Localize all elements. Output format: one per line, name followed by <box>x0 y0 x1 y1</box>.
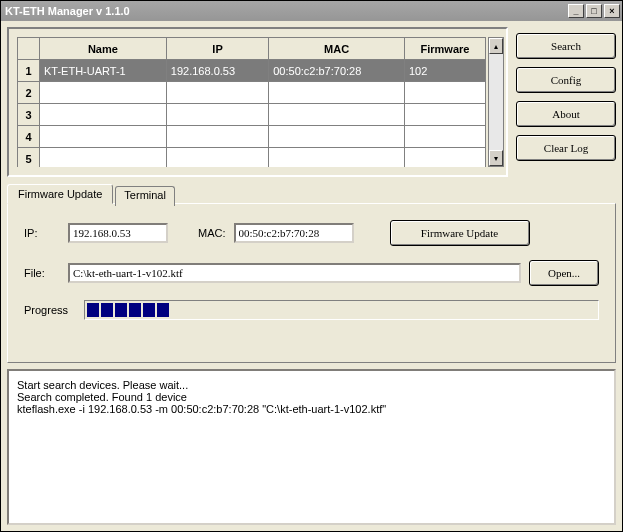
cell-name[interactable] <box>40 126 167 148</box>
content-area: Name IP MAC Firmware 1KT-ETH-UART-1192.1… <box>1 21 622 531</box>
device-grid-panel: Name IP MAC Firmware 1KT-ETH-UART-1192.1… <box>7 27 508 177</box>
col-ip[interactable]: IP <box>166 38 268 60</box>
cell-fw[interactable]: 102 <box>404 60 485 82</box>
window-title: KT-ETH Manager v 1.1.0 <box>5 5 568 17</box>
tab-firmware-update[interactable]: Firmware Update <box>7 184 113 204</box>
log-output[interactable]: Start search devices. Please wait... Sea… <box>7 369 616 525</box>
table-row[interactable]: 1KT-ETH-UART-1192.168.0.5300:50:c2:b7:70… <box>18 60 486 82</box>
progress-block <box>143 303 155 317</box>
grid-scrollbar[interactable]: ▴ ▾ <box>488 37 504 167</box>
progress-label: Progress <box>24 304 76 316</box>
cell-mac[interactable] <box>269 104 405 126</box>
file-label: File: <box>24 267 60 279</box>
tab-terminal[interactable]: Terminal <box>115 186 175 206</box>
cell-name[interactable]: KT-ETH-UART-1 <box>40 60 167 82</box>
cell-fw[interactable] <box>404 126 485 148</box>
col-firmware[interactable]: Firmware <box>404 38 485 60</box>
progress-block <box>157 303 169 317</box>
about-button[interactable]: About <box>516 101 616 127</box>
cell-ip[interactable]: 192.168.0.53 <box>166 60 268 82</box>
firmware-update-button[interactable]: Firmware Update <box>390 220 530 246</box>
progress-bar <box>84 300 599 320</box>
scroll-up-icon[interactable]: ▴ <box>489 38 503 54</box>
progress-block <box>129 303 141 317</box>
cell-fw[interactable] <box>404 148 485 168</box>
file-input[interactable] <box>68 263 521 283</box>
open-file-button[interactable]: Open... <box>529 260 599 286</box>
close-button[interactable]: × <box>604 4 620 18</box>
cell-ip[interactable] <box>166 82 268 104</box>
cell-ip[interactable] <box>166 104 268 126</box>
cell-name[interactable] <box>40 104 167 126</box>
table-row[interactable]: 3 <box>18 104 486 126</box>
progress-block <box>87 303 99 317</box>
progress-block <box>115 303 127 317</box>
minimize-button[interactable]: _ <box>568 4 584 18</box>
scroll-track[interactable] <box>489 54 503 150</box>
cell-ip[interactable] <box>166 126 268 148</box>
device-table: Name IP MAC Firmware 1KT-ETH-UART-1192.1… <box>17 37 486 167</box>
mac-label: MAC: <box>198 227 226 239</box>
config-button[interactable]: Config <box>516 67 616 93</box>
mac-input[interactable] <box>234 223 354 243</box>
table-row[interactable]: 2 <box>18 82 486 104</box>
col-mac[interactable]: MAC <box>269 38 405 60</box>
table-row[interactable]: 4 <box>18 126 486 148</box>
app-window: KT-ETH Manager v 1.1.0 _ □ × Name <box>0 0 623 532</box>
row-header[interactable]: 4 <box>18 126 40 148</box>
progress-block <box>101 303 113 317</box>
clear-log-button[interactable]: Clear Log <box>516 135 616 161</box>
maximize-button[interactable]: □ <box>586 4 602 18</box>
col-name[interactable]: Name <box>40 38 167 60</box>
ip-label: IP: <box>24 227 60 239</box>
cell-mac[interactable] <box>269 126 405 148</box>
tabstrip: Firmware Update Terminal <box>7 183 616 203</box>
cell-ip[interactable] <box>166 148 268 168</box>
search-button[interactable]: Search <box>516 33 616 59</box>
firmware-panel: IP: MAC: Firmware Update File: Open... P… <box>7 203 616 363</box>
cell-fw[interactable] <box>404 82 485 104</box>
action-buttons: Search Config About Clear Log <box>516 27 616 177</box>
scroll-down-icon[interactable]: ▾ <box>489 150 503 166</box>
row-header[interactable]: 2 <box>18 82 40 104</box>
row-header[interactable]: 3 <box>18 104 40 126</box>
cell-fw[interactable] <box>404 104 485 126</box>
row-header[interactable]: 5 <box>18 148 40 168</box>
row-header[interactable]: 1 <box>18 60 40 82</box>
cell-name[interactable] <box>40 148 167 168</box>
window-controls: _ □ × <box>568 4 620 18</box>
top-area: Name IP MAC Firmware 1KT-ETH-UART-1192.1… <box>7 27 616 177</box>
table-corner <box>18 38 40 60</box>
table-row[interactable]: 5 <box>18 148 486 168</box>
tabs-area: Firmware Update Terminal IP: MAC: Firmwa… <box>7 183 616 363</box>
cell-name[interactable] <box>40 82 167 104</box>
cell-mac[interactable] <box>269 82 405 104</box>
titlebar: KT-ETH Manager v 1.1.0 _ □ × <box>1 1 622 21</box>
cell-mac[interactable]: 00:50:c2:b7:70:28 <box>269 60 405 82</box>
ip-input[interactable] <box>68 223 168 243</box>
cell-mac[interactable] <box>269 148 405 168</box>
